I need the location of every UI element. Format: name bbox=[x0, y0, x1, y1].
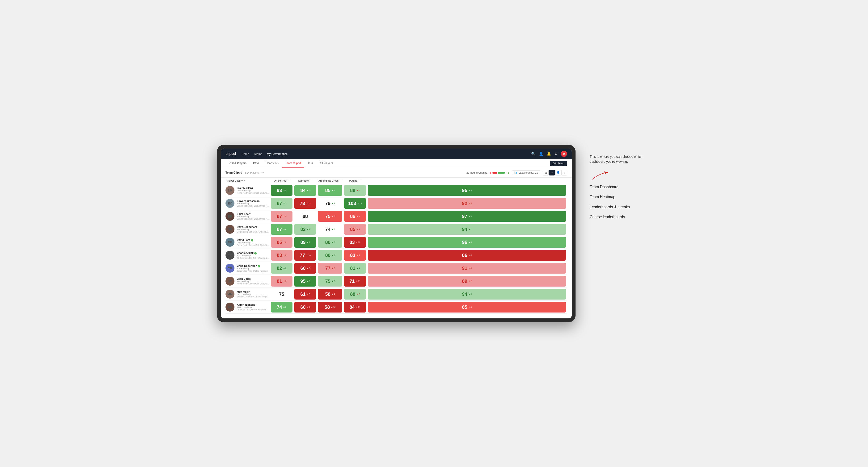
player-club: Sunningdale Golf Club, United Kingdom bbox=[237, 205, 270, 207]
score-cell-putting: 868 bbox=[367, 249, 567, 262]
table-row[interactable]: DBDave Billingham1-5 HandicapGog Magog G… bbox=[225, 223, 567, 236]
score-box: 868 bbox=[368, 250, 566, 261]
nav-item-teams[interactable]: Teams bbox=[254, 152, 262, 156]
table-row[interactable]: JCJosh Coles1-5 HandicapRoyal North Devo… bbox=[225, 275, 567, 288]
table-row[interactable]: DFDavid Ford✓Plus HandicapRoyal North De… bbox=[225, 236, 567, 249]
score-number: 85 bbox=[462, 305, 467, 310]
score-cell-approach: 858 bbox=[317, 184, 343, 197]
player-details: Aaron Nicholls11-15 HandicapDrift Golf C… bbox=[237, 303, 270, 311]
subnav-link-hcaps[interactable]: Hcaps 1-5 bbox=[262, 159, 282, 168]
score-number: 85 bbox=[277, 240, 282, 245]
edit-icon[interactable]: ✏ bbox=[261, 171, 264, 174]
score-number: 94 bbox=[462, 227, 467, 232]
nav-link-performance[interactable]: My Performance bbox=[267, 152, 287, 156]
score-change: 3 bbox=[468, 202, 472, 205]
score-change: 5 bbox=[468, 215, 472, 217]
score-number: 91 bbox=[462, 266, 467, 271]
player-cell-9: ANAaron Nicholls11-15 HandicapDrift Golf… bbox=[225, 301, 270, 314]
nav-link-teams[interactable]: Teams bbox=[254, 152, 262, 156]
table-row[interactable]: CRChris Robertson✓1-5 HandicapCraigmilla… bbox=[225, 262, 567, 275]
player-details: Josh Coles1-5 HandicapRoyal North Devon … bbox=[237, 277, 270, 285]
score-number: 80 bbox=[325, 253, 331, 258]
subnav-item-pga[interactable]: PGA bbox=[250, 159, 262, 168]
sort-arrow-approach[interactable]: — bbox=[310, 180, 312, 182]
subnav-item-hcaps[interactable]: Hcaps 1-5 bbox=[262, 159, 282, 168]
score-cell-quality: 871 bbox=[270, 197, 293, 210]
player-avatar: CR bbox=[225, 264, 235, 273]
score-box: 752 bbox=[318, 276, 342, 286]
score-change: 3 bbox=[283, 215, 286, 217]
sort-arrow-player[interactable]: ▼ bbox=[244, 180, 246, 182]
down-arrow-icon bbox=[356, 293, 358, 295]
score-box: 75 bbox=[271, 289, 292, 300]
table-row[interactable]: ANAaron Nicholls11-15 HandicapDrift Golf… bbox=[225, 301, 567, 314]
score-box: 836 bbox=[344, 250, 366, 261]
subnav-link-tour[interactable]: Tour bbox=[304, 159, 316, 168]
subnav-item-team[interactable]: Team Clippd bbox=[282, 159, 304, 168]
score-number: 74 bbox=[277, 305, 282, 310]
last-rounds-selector[interactable]: 📊 Last Rounds: 20 bbox=[512, 170, 540, 175]
score-change: 10 bbox=[331, 306, 336, 308]
nav-item-performance[interactable]: My Performance bbox=[267, 152, 287, 156]
sort-arrow-off-tee[interactable]: — bbox=[287, 180, 289, 182]
player-details: David Ford✓Plus HandicapRoyal North Devo… bbox=[237, 239, 270, 246]
down-arrow-icon bbox=[356, 215, 358, 217]
nav-item-home[interactable]: Home bbox=[242, 152, 249, 156]
table-view-button[interactable]: ≡ bbox=[549, 170, 555, 176]
table-row[interactable]: CQCharlie Quick✓6-10 HandicapSt. George'… bbox=[225, 249, 567, 262]
player-handicap: 1-5 Handicap bbox=[237, 268, 270, 270]
score-number: 88 bbox=[350, 188, 355, 193]
table-row[interactable]: BMBlair McHargPlus HandicapRoyal North D… bbox=[225, 184, 567, 197]
search-icon[interactable]: 🔍 bbox=[531, 152, 536, 156]
subnav-link-pga[interactable]: PGA bbox=[250, 159, 262, 168]
score-box: 833 bbox=[271, 250, 292, 261]
score-cell-putting: 943 bbox=[367, 288, 567, 301]
score-box: 892 bbox=[368, 276, 566, 286]
table-row[interactable]: MMMatt Miller6-10 HandicapWoburn Golf Cl… bbox=[225, 288, 567, 301]
card-view-button[interactable]: 👤 bbox=[555, 170, 561, 176]
score-cell-quality: 939 bbox=[270, 184, 293, 197]
logo: clippd bbox=[225, 152, 236, 156]
download-button[interactable]: ↓ bbox=[561, 170, 567, 176]
player-info-container: BMBlair McHargPlus HandicapRoyal North D… bbox=[225, 184, 270, 196]
subnav-item-pgat[interactable]: PGAT Players bbox=[225, 159, 250, 168]
user-icon[interactable]: 👤 bbox=[539, 152, 544, 156]
grid-view-button[interactable]: ⊞ bbox=[543, 170, 549, 176]
up-arrow-icon bbox=[283, 189, 285, 191]
nav-link-home[interactable]: Home bbox=[242, 152, 249, 156]
sort-arrow-around[interactable]: — bbox=[340, 180, 342, 182]
subnav-link-team[interactable]: Team Clippd bbox=[282, 159, 304, 168]
score-number: 88 bbox=[303, 214, 308, 219]
score-number: 81 bbox=[277, 279, 282, 284]
score-number: 83 bbox=[277, 253, 282, 258]
subnav-link-all[interactable]: All Players bbox=[316, 159, 336, 168]
down-arrow-icon bbox=[307, 293, 309, 295]
add-team-button[interactable]: Add Team bbox=[550, 161, 567, 166]
avatar[interactable]: U bbox=[561, 151, 567, 157]
up-arrow-icon bbox=[307, 280, 309, 282]
table-row[interactable]: EEElliot Ebert1-5 HandicapSunningdale Go… bbox=[225, 210, 567, 223]
logo-text: clippd bbox=[225, 152, 236, 156]
menu-item-2: Leaderboards & streaks bbox=[590, 205, 651, 210]
settings-icon[interactable]: ⚙ bbox=[555, 152, 558, 156]
score-number: 87 bbox=[277, 201, 282, 206]
sort-arrow-putting[interactable]: — bbox=[359, 180, 361, 182]
score-cell-around-green: 853 bbox=[343, 223, 367, 236]
table-row[interactable]: ECEdward Crossman1-5 HandicapSunningdale… bbox=[225, 197, 567, 210]
subnav-item-tour[interactable]: Tour bbox=[304, 159, 316, 168]
player-name: Elliot Ebert bbox=[237, 213, 270, 215]
subnav-link-pgat[interactable]: PGAT Players bbox=[225, 159, 250, 168]
bell-icon[interactable]: 🔔 bbox=[547, 152, 551, 156]
subnav-item-all[interactable]: All Players bbox=[316, 159, 336, 168]
nav-right: 🔍 👤 🔔 ⚙ U bbox=[531, 151, 567, 157]
down-arrow-icon bbox=[331, 267, 334, 269]
score-change: 1 bbox=[283, 202, 286, 205]
player-cell-3: DBDave Billingham1-5 HandicapGog Magog G… bbox=[225, 223, 270, 236]
score-number: 77 bbox=[325, 266, 331, 271]
score-box: 897 bbox=[294, 237, 316, 248]
score-box: 853 bbox=[344, 224, 366, 235]
score-number: 97 bbox=[462, 214, 467, 219]
score-box: 853 bbox=[271, 237, 292, 248]
score-box: 866 bbox=[344, 211, 366, 222]
player-name: Edward Crossman bbox=[237, 199, 270, 203]
